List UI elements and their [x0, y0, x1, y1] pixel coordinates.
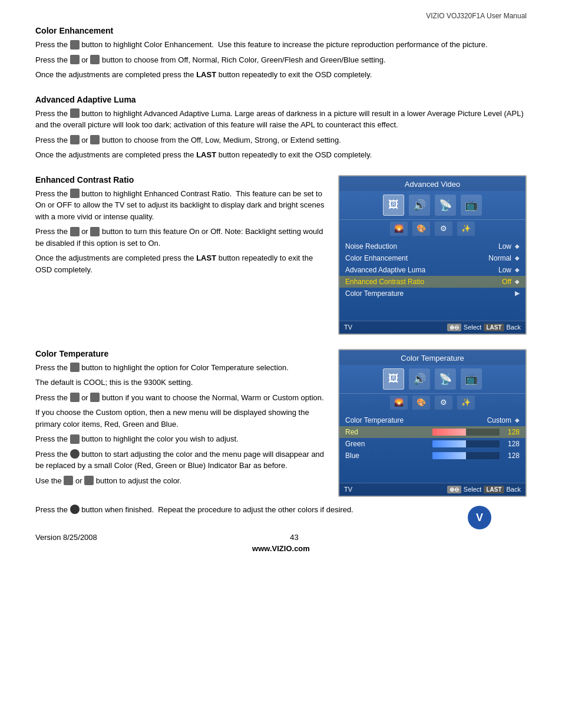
osd-select-label-av: Select	[464, 324, 482, 331]
osd-ct-item-temp: Color Temperature Custom ◆	[339, 414, 525, 426]
osd-ct-icon-4: 📺	[461, 368, 482, 390]
left-btn-ct-2	[64, 476, 73, 485]
osd-label-ct: Color Temperature	[345, 289, 511, 298]
osd-ct-bar-red: 128	[432, 428, 520, 436]
osd-ct-label-green: Green	[345, 440, 432, 448]
right-btn-ecr	[90, 227, 100, 236]
osd-arrow-ce: ◆	[515, 255, 520, 261]
osd-item-color-temp: Color Temperature ▶	[339, 288, 525, 299]
right-btn-ct	[90, 393, 100, 402]
osd-sub-icon-2: 🎨	[412, 222, 430, 236]
right-button-icon	[90, 55, 100, 64]
section-enhanced-contrast-ratio: Enhanced Contrast Ratio Press the button…	[35, 175, 527, 335]
para-ct-7: Use the or button to adjust the color.	[35, 475, 326, 487]
left-btn-aal	[70, 135, 80, 144]
nav-btn-ct	[70, 363, 80, 372]
osd-ct-fill-green	[432, 440, 466, 447]
osd-back-label-av: Back	[507, 324, 521, 331]
osd-label-aal: Advanced Adaptive Luma	[345, 266, 498, 274]
nav-btn-ct-2	[70, 434, 80, 444]
osd-menu: Noise Reduction Low ◆ Color Enhancement …	[339, 239, 525, 301]
right-btn-aal	[90, 135, 100, 144]
left-button-icon	[70, 55, 80, 64]
osd-item-noise-reduction: Noise Reduction Low ◆	[339, 241, 525, 252]
osd-ct-icon-2: 🔊	[409, 368, 430, 390]
osd-footer-controls-ct: ⊕⊖ Color Temperature Select LAST Back	[447, 486, 521, 493]
osd-sub-icon-1: 🌄	[390, 222, 408, 236]
osd-label-ce: Color Enhancement	[345, 254, 488, 262]
footer-website-row: www.VIZIO.com	[35, 544, 527, 553]
osd-icon-audio: 🔊	[409, 195, 430, 216]
footer-website: www.VIZIO.com	[252, 544, 310, 553]
advanced-video-osd: Advanced Video 🖼 🔊 📡 📺 🌄 🎨 ⚙ ✨ Noise Red…	[338, 175, 527, 335]
para-ecr-2: Press the or button to turn this feature…	[35, 226, 326, 249]
left-btn-ecr	[70, 227, 80, 236]
section-heading-ct: Color Temperature	[35, 349, 326, 358]
osd-ct-sub-4: ✨	[457, 396, 475, 410]
osd-select-text-ct: Select	[464, 486, 482, 493]
para-ct-5: Press the button to highlight the color …	[35, 433, 326, 445]
osd-footer-av: TV ⊕⊖ Select LAST Back	[339, 321, 525, 334]
osd-item-color-enhancement: Color Enhancement Normal ◆	[339, 252, 525, 264]
osd-label-nr: Noise Reduction	[345, 242, 498, 251]
osd-ct-sub-1: 🌄	[390, 396, 408, 410]
footer-page: 43	[290, 533, 298, 542]
para-ct-3: Press the or button if you want to choos…	[35, 392, 326, 404]
osd-ct-bar-green: 128	[432, 440, 520, 448]
para-ce-2: Press the or button to choose from Off, …	[35, 54, 527, 66]
osd-ct-sub-icons: 🌄 🎨 ⚙ ✨	[339, 394, 525, 413]
osd-ct-top-icons: 🖼 🔊 📡 📺	[339, 365, 525, 394]
osd-arrow-ecr: ◆	[515, 278, 520, 285]
para-ct-6: Press the button to start adjusting the …	[35, 449, 326, 472]
osd-ct-item-blue: Blue 128	[339, 450, 525, 462]
ok-btn-ct	[70, 449, 80, 459]
para-ct-1: Press the button to highlight the option…	[35, 362, 326, 374]
manual-title: VIZIO VOJ320F1A User Manual	[426, 12, 527, 20]
nav-button-icon-aal	[70, 108, 80, 118]
osd-label-ecr: Enhanced Contrast Ratio	[345, 278, 502, 286]
osd-arrow-nr: ◆	[515, 243, 520, 249]
osd-source-av: TV	[344, 324, 352, 331]
osd-ct-title: Color Temperature	[339, 350, 525, 365]
osd-ct-value: Custom	[487, 416, 511, 424]
para-ce-3: Once the adjustments are completed press…	[35, 69, 527, 81]
osd-footer-controls-av: ⊕⊖ Select LAST Back	[447, 324, 521, 331]
osd-ct-sub-3: ⚙	[435, 396, 452, 410]
osd-last-btn-av: LAST	[484, 324, 504, 331]
osd-ct-fill-blue	[432, 452, 466, 459]
osd-icon-channels: 📺	[461, 195, 482, 216]
nav-button-icon	[70, 40, 80, 50]
osd-value-aal: Low	[498, 266, 511, 274]
page-footer: Version 8/25/2008 43 www.VIZIO.com V	[35, 533, 527, 553]
osd-sub-icon-4: ✨	[457, 222, 475, 236]
osd-ct-sub-2: 🎨	[412, 396, 430, 410]
osd-value-ecr: Off	[502, 278, 511, 286]
osd-ct-val-red: 128	[503, 428, 520, 436]
nav-btn-ecr	[70, 189, 80, 198]
footer-row: Version 8/25/2008 43	[35, 533, 527, 542]
osd-value-nr: Low	[498, 242, 511, 251]
footer-version: Version 8/25/2008	[35, 533, 97, 542]
osd-icon-picture: 🖼	[383, 195, 404, 216]
para-aal-2: Press the or button to choose from the O…	[35, 134, 527, 146]
osd-sub-icons: 🌄 🎨 ⚙ ✨	[339, 220, 525, 239]
para-aal-3: Once the adjustments are completed press…	[35, 149, 527, 161]
section-heading-ecr: Enhanced Contrast Ratio	[35, 175, 326, 185]
osd-footer-ct: TV ⊕⊖ Color Temperature Select LAST Back	[339, 483, 525, 496]
osd-arrow-ct: ▶	[515, 289, 520, 297]
osd-ct-arrow: ◆	[515, 417, 520, 423]
section-advanced-adaptive-luma: Advanced Adaptive Luma Press the button …	[35, 95, 527, 161]
osd-top-icons: 🖼 🔊 📡 📺	[339, 191, 525, 220]
osd-ct-bar-container-blue	[432, 452, 500, 459]
osd-ct-label-blue: Blue	[345, 452, 432, 460]
osd-ct-bar-blue: 128	[432, 452, 520, 460]
osd-ct-val-green: 128	[503, 440, 520, 448]
osd-source-ct: TV	[344, 486, 352, 493]
osd-ct-icon-3: 📡	[435, 368, 456, 390]
osd-ct-fill-red	[432, 429, 466, 436]
osd-ct-bar-container-green	[432, 440, 500, 447]
osd-sub-icon-3: ⚙	[435, 222, 452, 236]
osd-ct-bar-container-red	[432, 429, 500, 436]
section-heading-aal: Advanced Adaptive Luma	[35, 95, 527, 104]
osd-icon-setup: 📡	[435, 195, 456, 216]
